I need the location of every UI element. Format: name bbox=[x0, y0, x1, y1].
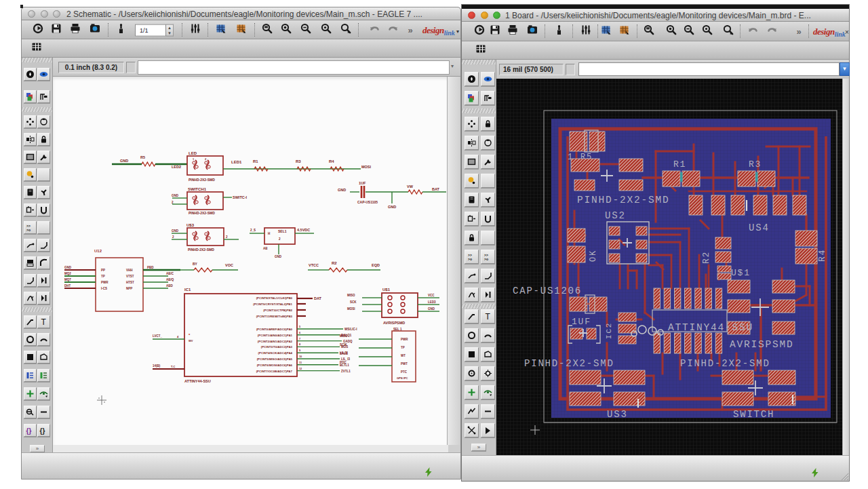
svg-text:US3: US3 bbox=[607, 409, 628, 420]
svg-text:MOSI: MOSI bbox=[361, 165, 372, 169]
svg-text:DAT: DAT bbox=[314, 296, 322, 300]
svg-text:(PCINT3/T0/ADC3)PA3: (PCINT3/T0/ADC3)PA3 bbox=[261, 345, 293, 349]
svg-text:GND: GND bbox=[275, 255, 282, 258]
svg-text:AVRISPSMD: AVRISPSMD bbox=[730, 339, 794, 350]
svg-text:I-CS: I-CS bbox=[101, 287, 107, 290]
svg-text:GND: GND bbox=[172, 229, 179, 233]
svg-text:R5: R5 bbox=[140, 155, 145, 159]
svg-text:AB/C: AB/C bbox=[166, 272, 174, 275]
svg-text:GND: GND bbox=[428, 307, 435, 311]
svg-text:PINHD-2X2-SMD: PINHD-2X2-SMD bbox=[189, 211, 215, 215]
svg-text:6: 6 bbox=[299, 332, 300, 334]
svg-text:R2: R2 bbox=[701, 251, 711, 264]
svg-text:R3: R3 bbox=[296, 159, 301, 163]
svg-text:>o: >o bbox=[26, 228, 31, 232]
svg-text:(PCINT0/AREF/ADC0)PA0: (PCINT0/AREF/ADC0)PA0 bbox=[256, 328, 293, 331]
svg-text:2: 2 bbox=[172, 201, 174, 204]
svg-text:SCIK: SCIK bbox=[340, 343, 348, 347]
svg-text:WV: WV bbox=[189, 339, 193, 343]
svg-text:4.5VDC: 4.5VDC bbox=[297, 228, 310, 232]
svg-text:NPP: NPP bbox=[126, 287, 132, 290]
svg-text:PBD: PBD bbox=[147, 266, 154, 269]
svg-text:SEL1: SEL1 bbox=[278, 229, 287, 233]
svg-text:2: 2 bbox=[172, 235, 174, 239]
svg-text:WT: WT bbox=[401, 354, 406, 357]
svg-text:PTC: PTC bbox=[401, 370, 408, 374]
svg-text:MISO: MISO bbox=[340, 334, 348, 338]
svg-text:U$3: U$3 bbox=[186, 223, 195, 227]
svg-text:2: 2 bbox=[226, 235, 228, 239]
svg-text:T-C: T-C bbox=[171, 365, 176, 368]
svg-text:ATTINY44-SSU: ATTINY44-SSU bbox=[184, 379, 211, 383]
svg-text:PWR: PWR bbox=[401, 338, 408, 341]
svg-text:DHT: DHT bbox=[64, 284, 71, 288]
svg-text:GND: GND bbox=[64, 266, 72, 269]
svg-text:(PCINT5/MISO/ADC5)PA5: (PCINT5/MISO/ADC5)PA5 bbox=[257, 357, 293, 361]
svg-text:2: 2 bbox=[205, 157, 207, 161]
svg-text:{}: {} bbox=[26, 427, 32, 435]
svg-text:SCK: SCK bbox=[350, 300, 357, 304]
svg-text:SALS: SALS bbox=[340, 352, 348, 355]
svg-text:LED3: LED3 bbox=[428, 300, 436, 304]
svg-text:R4: R4 bbox=[817, 249, 827, 262]
svg-text:BAT: BAT bbox=[432, 187, 440, 191]
svg-text:10: 10 bbox=[299, 355, 302, 358]
svg-text:MQ7: MQ7 bbox=[64, 278, 71, 281]
svg-text:*: * bbox=[189, 333, 191, 337]
svg-text:POC: POC bbox=[340, 361, 347, 364]
svg-text:1: 1 bbox=[193, 157, 195, 161]
svg-text:U12: U12 bbox=[94, 249, 102, 253]
svg-text:AB: AB bbox=[263, 247, 268, 250]
svg-text:2: 2 bbox=[279, 237, 281, 241]
svg-text:ZVTL1: ZVTL1 bbox=[341, 370, 351, 373]
svg-text:R2: R2 bbox=[332, 261, 337, 265]
svg-text:AB/Q: AB/Q bbox=[166, 278, 174, 281]
svg-text:OK: OK bbox=[589, 250, 598, 262]
svg-text:H: H bbox=[268, 232, 270, 235]
svg-text:(PCINT1/AIN0/ADC1)PA1: (PCINT1/AIN0/ADC1)PA1 bbox=[258, 334, 293, 337]
svg-text:TP: TP bbox=[101, 275, 105, 278]
svg-text:MQ2: MQ2 bbox=[64, 272, 71, 275]
svg-text:TP: TP bbox=[401, 346, 405, 349]
svg-text:PP: PP bbox=[101, 269, 105, 272]
svg-text:CAP-US1206: CAP-US1206 bbox=[513, 286, 582, 296]
svg-text:MOSI: MOSI bbox=[347, 307, 355, 311]
svg-text:7: 7 bbox=[299, 338, 300, 340]
svg-text:R4: R4 bbox=[329, 159, 334, 163]
svg-text:SWITC-I: SWITC-I bbox=[233, 195, 248, 199]
svg-text:BY: BY bbox=[193, 262, 198, 266]
svg-text:9: 9 bbox=[299, 349, 300, 352]
svg-text:VCC: VCC bbox=[428, 294, 435, 297]
svg-text:PINHD-2X2-SMD: PINHD-2X2-SMD bbox=[189, 178, 215, 182]
svg-text:U$1: U$1 bbox=[731, 268, 751, 278]
svg-text:(PCINT11/RESET/dW)PB3: (PCINT11/RESET/dW)PB3 bbox=[256, 315, 293, 318]
svg-text:1UF: 1UF bbox=[359, 181, 366, 185]
svg-text:VHH: VHH bbox=[126, 269, 133, 272]
svg-text:VTCC: VTCC bbox=[309, 263, 319, 267]
svg-text:(PCINT9/CRYST/XTAL2)PB1: (PCINT9/CRYST/XTAL2)PB1 bbox=[253, 302, 292, 306]
svg-text:R3: R3 bbox=[749, 159, 762, 170]
svg-text:(PCINT4/SCK/ADC4)PA4: (PCINT4/SCK/ADC4)PA4 bbox=[258, 351, 293, 355]
svg-text:LVCT_: LVCT_ bbox=[153, 334, 162, 338]
svg-text:LED2: LED2 bbox=[172, 165, 181, 169]
svg-text:HTST: HTST bbox=[126, 281, 134, 284]
svg-text:US2: US2 bbox=[605, 210, 626, 221]
svg-text:{}: {} bbox=[40, 427, 45, 435]
svg-text:R1: R1 bbox=[673, 159, 686, 170]
svg-text:(PCINT8/XTAL1/CLKI)PB0: (PCINT8/XTAL1/CLKI)PB0 bbox=[256, 296, 293, 300]
svg-text:SWITCH: SWITCH bbox=[733, 409, 774, 420]
svg-text:PINHD-2X2-SMD: PINHD-2X2-SMD bbox=[524, 358, 614, 369]
svg-text:PINHD-2X2-SMD: PINHD-2X2-SMD bbox=[680, 358, 770, 369]
svg-text:(PCINT6/MOSI/ADC6)PA6: (PCINT6/MOSI/ADC6)PA6 bbox=[257, 364, 293, 367]
svg-text:14(B): 14(B) bbox=[153, 364, 161, 368]
svg-text:11: 11 bbox=[299, 361, 302, 364]
svg-text:GND: GND bbox=[172, 194, 179, 197]
svg-text:8: 8 bbox=[299, 343, 300, 346]
svg-text:IC2: IC2 bbox=[605, 322, 613, 339]
svg-text:IC1: IC1 bbox=[184, 288, 191, 292]
svg-text:2_S: 2_S bbox=[250, 229, 256, 232]
svg-text:(PCINT2/AIN1/ADC2)PA2: (PCINT2/AIN1/ADC2)PA2 bbox=[258, 340, 293, 343]
svg-text:>o: >o bbox=[468, 257, 472, 261]
svg-text:VOC: VOC bbox=[225, 263, 233, 267]
svg-text:LED: LED bbox=[189, 151, 197, 155]
